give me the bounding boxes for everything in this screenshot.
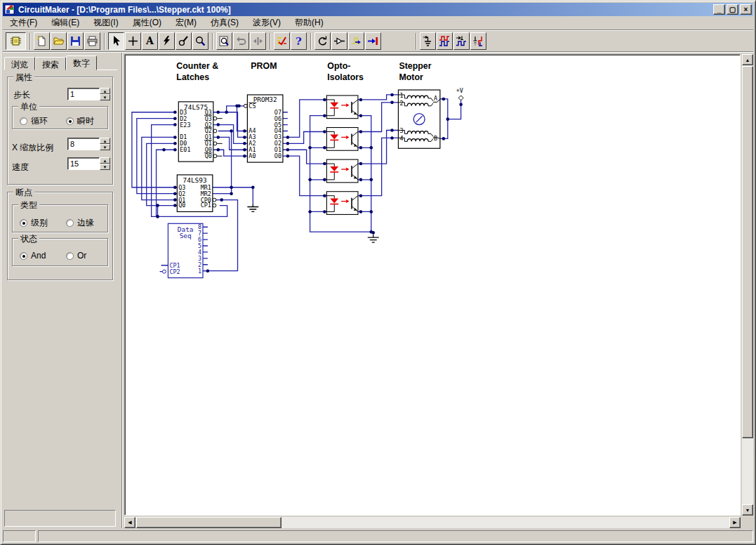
zoom-tool-button[interactable] <box>192 32 208 50</box>
probe-tool-button[interactable] <box>175 32 192 50</box>
radio-unchecked-icon[interactable] <box>66 219 74 227</box>
text-tool-button[interactable]: A <box>142 32 158 50</box>
tab-search[interactable]: 搜索 <box>35 57 66 70</box>
scope-probe-button[interactable] <box>420 32 436 50</box>
state-or-option[interactable]: Or <box>66 251 86 261</box>
run-to-icon <box>367 35 379 47</box>
opto-isolator-2[interactable] <box>326 128 358 151</box>
step-spinner[interactable]: ▲▼ <box>100 88 110 100</box>
digital-waveforms-button[interactable] <box>437 32 453 50</box>
reset-sim-button[interactable] <box>314 32 331 50</box>
radio-checked-icon[interactable] <box>20 219 27 227</box>
menu-simulation[interactable]: 仿真(S) <box>204 15 246 30</box>
horizontal-scrollbar[interactable]: ◀ ▶ <box>124 517 741 528</box>
xscale-spinner[interactable]: ▲▼ <box>100 138 110 150</box>
speed-input[interactable] <box>67 157 100 170</box>
type-level-label: 级别 <box>31 217 48 229</box>
unit-instant-label: 瞬时 <box>77 115 94 127</box>
menu-options[interactable]: 属性(O) <box>126 15 168 30</box>
step-sim-button[interactable] <box>348 32 364 50</box>
pin-label: E01 <box>180 146 190 153</box>
radio-unchecked-icon[interactable] <box>20 117 27 125</box>
vertical-scroll-thumb[interactable] <box>742 66 753 438</box>
speed-spinner[interactable]: ▲▼ <box>100 157 110 170</box>
print-button[interactable] <box>84 32 100 50</box>
menu-waveforms[interactable]: 波形(V) <box>246 15 288 30</box>
state-and-option[interactable]: And <box>20 251 46 261</box>
unit-loop-option[interactable]: 循环 <box>20 115 48 127</box>
pin-label: 3 <box>399 127 403 134</box>
menu-file[interactable]: 文件(F) <box>3 15 44 30</box>
schematic-sheet[interactable]: Counter & Latches PROM Opto- Isolators S… <box>124 54 741 516</box>
radio-checked-icon[interactable] <box>20 252 27 260</box>
minimize-button[interactable]: _ <box>713 4 725 15</box>
mixed-wave-icon <box>472 35 484 47</box>
select-arrow-button[interactable] <box>108 32 124 50</box>
unit-instant-option[interactable]: 瞬时 <box>66 115 94 127</box>
menu-edit[interactable]: 编辑(E) <box>44 15 86 30</box>
data-seq-instrument[interactable]: Data Seq CP1 CP2 8 7 6 5 4 3 2 1 <box>168 223 203 277</box>
opto-isolator-1[interactable] <box>326 96 358 119</box>
radio-checked-icon[interactable] <box>66 117 74 125</box>
menu-view[interactable]: 视图(I) <box>86 15 125 30</box>
close-button[interactable]: × <box>740 4 752 15</box>
pin-label: CS <box>248 103 256 110</box>
pin-label: CP2 <box>169 268 180 275</box>
terminal-label: B <box>434 135 437 142</box>
scroll-up-button[interactable]: ▲ <box>742 54 753 65</box>
tab-digital[interactable]: 数字 <box>66 55 97 70</box>
scroll-right-button[interactable]: ▶ <box>729 517 741 528</box>
menu-help[interactable]: 帮助(H) <box>288 15 331 30</box>
scroll-left-button[interactable]: ◀ <box>124 517 135 528</box>
lightning-icon <box>161 35 173 47</box>
mixed-mode-sim-button[interactable] <box>274 32 290 50</box>
type-level-option[interactable]: 级别 <box>20 217 48 229</box>
probe-point-button[interactable] <box>331 32 347 50</box>
type-edge-option[interactable]: 边缘 <box>66 217 94 229</box>
new-file-button[interactable] <box>34 32 50 50</box>
pin-label: Q0 <box>178 202 185 209</box>
scroll-down-button[interactable]: ▼ <box>742 504 753 516</box>
help-button[interactable]: ? <box>291 32 307 50</box>
tab-browse[interactable]: 浏览 <box>4 57 35 70</box>
split-arrows-icon <box>252 35 264 47</box>
schematic-svg[interactable]: Counter & Latches PROM Opto- Isolators S… <box>125 55 740 515</box>
header-stepper-line1: Stepper <box>399 61 431 71</box>
delete-tool-button[interactable] <box>159 32 175 50</box>
header-counter-line2: Latches <box>176 72 209 82</box>
save-file-button[interactable] <box>67 32 84 50</box>
chip-prom32[interactable]: PROM32 CS A4 A3 A2 A1 A0 O7 O6 O5 O4 O3 … <box>247 95 283 162</box>
part-library-button[interactable] <box>6 32 26 50</box>
menu-bar: 文件(F) 编辑(E) 视图(I) 属性(O) 宏(M) 仿真(S) 波形(V)… <box>3 16 753 30</box>
horizontal-scroll-thumb[interactable] <box>136 517 281 528</box>
maximize-button[interactable]: ▢ <box>727 4 738 15</box>
zoom-page-button[interactable] <box>216 32 232 50</box>
opto-isolator-4[interactable] <box>326 192 358 215</box>
mixed-waveforms-button[interactable] <box>470 32 486 50</box>
vplus-supply[interactable]: +V <box>456 87 463 100</box>
chip-74ls75[interactable]: 74LS75 D3 D2 E23 D1 D0 E01 Q3 Q3 Q2 Q2 Q… <box>178 102 213 162</box>
xscale-input[interactable] <box>67 138 100 150</box>
header-stepper-line2: Motor <box>399 72 423 82</box>
opto-isolator-3[interactable] <box>326 159 358 183</box>
instrument-title: Seq <box>180 232 192 239</box>
undo-button[interactable] <box>233 32 249 50</box>
svg-text:A: A <box>145 35 154 46</box>
vertical-scrollbar[interactable]: ▲ ▼ <box>742 54 753 516</box>
bus-waveforms-button[interactable] <box>453 32 470 50</box>
run-to-breakpoint-button[interactable] <box>365 32 381 50</box>
menu-macros[interactable]: 宏(M) <box>168 15 204 30</box>
split-view-button[interactable] <box>250 32 266 50</box>
chip-74ls93[interactable]: 74LS93 Q3 Q2 Q1 Q0 MR1 MR2 CP0 CP1 <box>177 175 213 212</box>
ground-icon <box>247 204 258 212</box>
open-file-button[interactable] <box>51 32 67 50</box>
radio-unchecked-icon[interactable] <box>66 252 74 260</box>
title-bar[interactable]: CircuitMaker - [D:\Program Files\...\Ste… <box>3 3 753 16</box>
step-input[interactable] <box>67 88 100 100</box>
step-wave-icon <box>350 35 362 47</box>
new-file-icon <box>36 35 48 47</box>
digital-wave-icon <box>439 35 451 47</box>
place-part-button[interactable] <box>125 32 141 50</box>
sidebar-bottom-box <box>4 510 116 527</box>
stepper-motor[interactable]: 1 2 3 4 A <box>398 90 439 148</box>
